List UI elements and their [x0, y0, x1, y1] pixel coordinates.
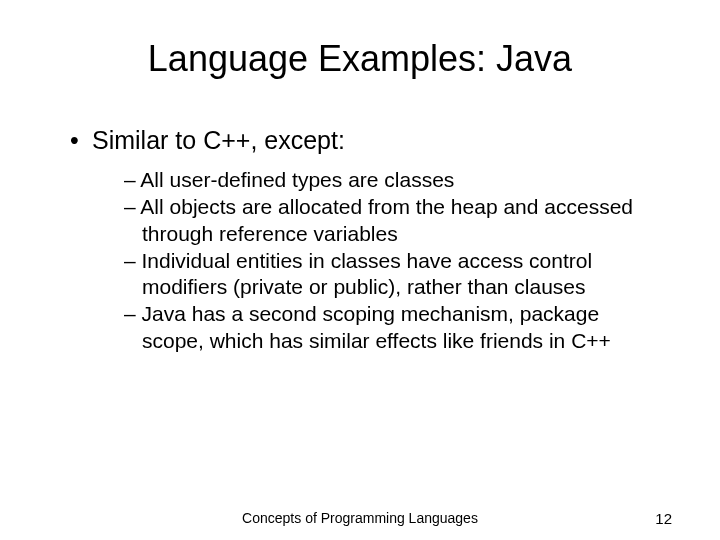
sub-item-text: All user-defined types are classes — [140, 168, 454, 191]
sub-item: – Individual entities in classes have ac… — [124, 248, 662, 301]
sub-item-text: All objects are allocated from the heap … — [140, 195, 633, 244]
sub-item-text: Java has a second scoping mechanism, pac… — [142, 302, 611, 351]
main-bullet: •Similar to C++, except: — [70, 126, 672, 155]
main-bullet-text: Similar to C++, except: — [92, 126, 345, 154]
page-number: 12 — [655, 510, 672, 527]
sub-item: – Java has a second scoping mechanism, p… — [124, 301, 662, 354]
slide-title: Language Examples: Java — [48, 38, 672, 80]
bullet-dot: • — [70, 126, 92, 155]
sub-item-text: Individual entities in classes have acce… — [142, 249, 593, 298]
sub-item: – All objects are allocated from the hea… — [124, 194, 662, 247]
footer-text: Concepts of Programming Languages — [0, 510, 720, 526]
sub-item: – All user-defined types are classes — [124, 167, 662, 193]
sub-list: – All user-defined types are classes – A… — [124, 167, 662, 354]
